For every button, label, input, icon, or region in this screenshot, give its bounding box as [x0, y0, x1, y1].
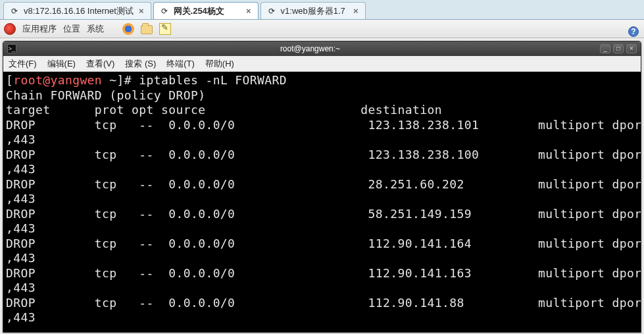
close-icon[interactable]: ×: [137, 6, 145, 16]
browser-tab-strip: ⟳ v8:172.16.16.16 Internet测试 × ⟳ 网关.254杨…: [0, 0, 644, 20]
terminal-titlebar[interactable]: >_ root@yangwen:~ _ □ ×: [3, 42, 641, 56]
window-title: root@yangwen:~: [20, 44, 600, 53]
menu-system[interactable]: 系统: [87, 23, 104, 35]
tab-label: 网关.254杨文: [174, 5, 224, 17]
tab-label: v1:web服务器1.7: [281, 5, 345, 17]
menu-applications[interactable]: 应用程序: [22, 23, 57, 35]
browser-tab-v1[interactable]: ⟳ v1:web服务器1.7 ×: [260, 2, 366, 19]
menu-places[interactable]: 位置: [63, 23, 80, 35]
help-icon[interactable]: ?: [628, 26, 639, 37]
terminal-window: >_ root@yangwen:~ _ □ × 文件(F) 编辑(E) 查看(V…: [3, 41, 641, 333]
minimize-button[interactable]: _: [600, 44, 610, 53]
terminal-output[interactable]: [root@yangwen ~]# iptables -nL FORWARD C…: [3, 72, 641, 332]
close-button[interactable]: ×: [626, 44, 637, 53]
redhat-icon[interactable]: [4, 23, 16, 35]
refresh-icon: ⟳: [159, 6, 170, 16]
file-manager-icon[interactable]: [141, 23, 153, 35]
browser-tab-gateway[interactable]: ⟳ 网关.254杨文 ×: [153, 2, 259, 19]
menu-search[interactable]: 搜索 (S): [125, 58, 156, 70]
firefox-icon[interactable]: [122, 23, 134, 35]
menu-help[interactable]: 帮助(H): [205, 58, 234, 70]
menu-edit[interactable]: 编辑(E): [47, 58, 76, 70]
browser-tab-v8[interactable]: ⟳ v8:172.16.16.16 Internet测试 ×: [3, 2, 151, 19]
close-icon[interactable]: ×: [352, 6, 360, 16]
menu-file[interactable]: 文件(F): [9, 58, 37, 70]
terminal-icon: >_: [7, 44, 16, 53]
menu-view[interactable]: 查看(V): [86, 58, 114, 70]
refresh-icon: ⟳: [266, 6, 277, 16]
terminal-menubar: 文件(F) 编辑(E) 查看(V) 搜索 (S) 终端(T) 帮助(H): [3, 56, 641, 72]
close-icon[interactable]: ×: [245, 6, 253, 16]
tab-label: v8:172.16.16.16 Internet测试: [24, 5, 134, 17]
maximize-button[interactable]: □: [613, 44, 624, 53]
refresh-icon: ⟳: [9, 6, 20, 16]
gnome-panel: 应用程序 位置 系统: [0, 20, 644, 38]
menu-terminal[interactable]: 终端(T): [166, 58, 195, 70]
text-editor-icon[interactable]: [159, 23, 171, 35]
